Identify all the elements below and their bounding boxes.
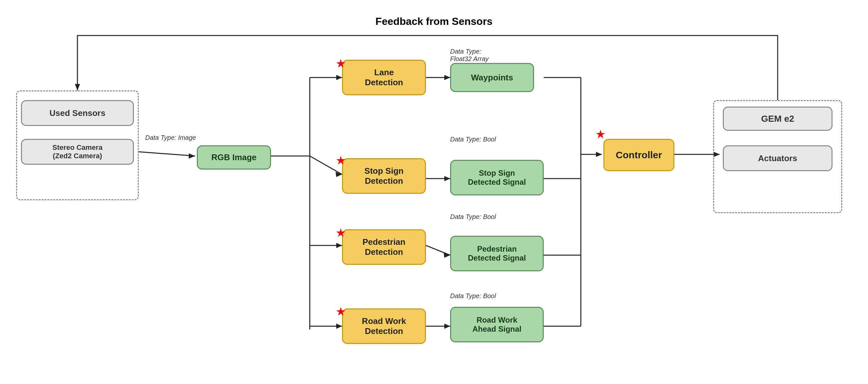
pedestrian-detection-label: PedestrianDetection: [363, 237, 406, 257]
pedestrian-detection-box: PedestrianDetection: [342, 229, 426, 265]
svg-marker-14: [444, 75, 450, 80]
pedestrian-signal-label: PedestrianDetected Signal: [468, 244, 526, 263]
road-work-signal-box: Road WorkAhead Signal: [450, 307, 544, 342]
svg-marker-12: [336, 324, 342, 329]
road-work-signal-label: Road WorkAhead Signal: [472, 316, 522, 334]
road-work-star: ★: [336, 305, 346, 319]
pedestrian-star: ★: [336, 226, 346, 240]
lane-detection-box: LaneDetection: [342, 60, 426, 95]
stereo-camera-box: Stereo Camera(Zed2 Camera): [21, 139, 134, 165]
lane-detection-label: LaneDetection: [365, 67, 403, 88]
actuators-box: Actuators: [723, 145, 833, 171]
svg-marker-16: [444, 176, 450, 181]
data-type-float32-label: Data Type:Float32 Array: [450, 48, 489, 63]
svg-marker-2: [189, 153, 195, 158]
svg-marker-6: [336, 75, 342, 80]
svg-line-17: [426, 245, 450, 255]
lane-detection-star: ★: [336, 57, 346, 70]
svg-marker-18: [444, 253, 450, 258]
feedback-label: Feedback from Sensors: [376, 16, 493, 27]
svg-marker-0: [75, 84, 80, 90]
used-sensors-label: Used Sensors: [21, 100, 134, 126]
rgb-image-box: RGB Image: [197, 145, 271, 170]
svg-marker-20: [444, 324, 450, 329]
stop-sign-signal-label: Stop SignDetected Signal: [468, 169, 526, 187]
svg-marker-10: [336, 243, 342, 248]
data-type-image-label: Data Type: Image: [145, 134, 196, 142]
data-type-bool-stop-label: Data Type: Bool: [450, 136, 496, 143]
road-work-detection-label: Road WorkDetection: [362, 316, 406, 336]
diagram-container: Feedback from Sensors: [0, 0, 868, 384]
data-type-bool-ped-label: Data Type: Bool: [450, 213, 496, 220]
stop-sign-star: ★: [336, 154, 346, 167]
svg-marker-27: [596, 152, 602, 157]
svg-line-1: [139, 152, 195, 156]
pedestrian-signal-box: PedestrianDetected Signal: [450, 236, 544, 271]
waypoints-box: Waypoints: [450, 63, 534, 92]
controller-box: Controller: [603, 139, 674, 171]
controller-star: ★: [595, 127, 606, 141]
stereo-camera-label: Stereo Camera(Zed2 Camera): [52, 143, 102, 160]
stop-sign-detection-box: Stop SignDetection: [342, 158, 426, 194]
stop-sign-signal-box: Stop SignDetected Signal: [450, 160, 544, 196]
stop-sign-detection-label: Stop SignDetection: [364, 166, 403, 186]
svg-marker-8: [336, 172, 342, 177]
road-work-detection-box: Road WorkDetection: [342, 308, 426, 344]
data-type-bool-road-label: Data Type: Bool: [450, 292, 496, 300]
gem-label: GEM e2: [723, 107, 833, 131]
